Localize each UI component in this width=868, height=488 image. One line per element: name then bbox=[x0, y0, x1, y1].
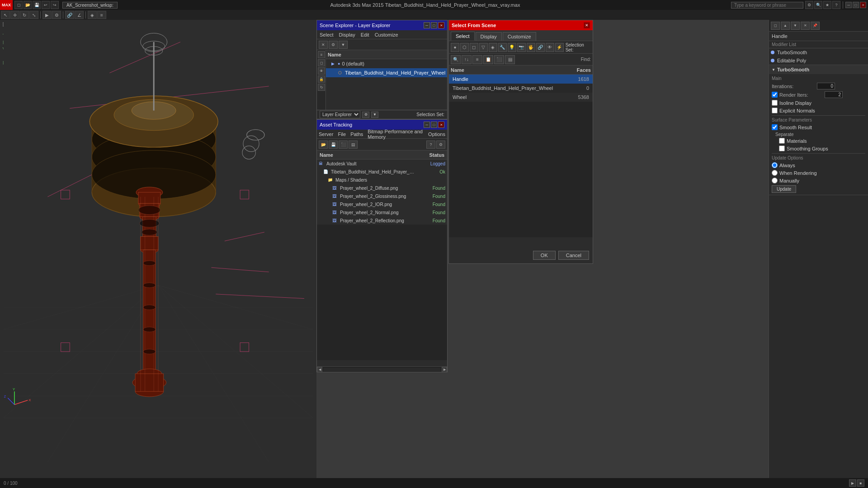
modifier-turbosmooth[interactable]: TurboSmooth bbox=[769, 48, 868, 56]
stop-btn[interactable]: ■ bbox=[857, 479, 864, 487]
rp-tool-1[interactable]: ◻ bbox=[771, 22, 780, 30]
materials-checkbox[interactable] bbox=[779, 138, 785, 144]
se-menu-display[interactable]: Display bbox=[339, 32, 355, 38]
sfs-tool-8[interactable]: 📷 bbox=[517, 43, 526, 52]
se-menu-customize[interactable]: Customize bbox=[375, 32, 398, 38]
turbosmooth-header[interactable]: ▼ TurboSmooth bbox=[769, 65, 868, 74]
sfs-tool-1[interactable]: ● bbox=[451, 43, 459, 52]
se-left-btn-4[interactable]: 🔒 bbox=[318, 75, 325, 83]
se-menu-edit[interactable]: Edit bbox=[361, 32, 369, 38]
sfs-tool-11[interactable]: 👁 bbox=[546, 43, 554, 52]
save-button[interactable]: 💾 bbox=[33, 1, 41, 9]
explicit-normals-checkbox[interactable] bbox=[772, 108, 778, 113]
play-btn[interactable]: ▶ bbox=[849, 479, 856, 487]
sfs-tool-3[interactable]: ◻ bbox=[470, 43, 478, 52]
layer-explorer-btn2[interactable]: ▼ bbox=[371, 112, 378, 118]
at-menu-bitmap[interactable]: Bitmap Performance and Memory bbox=[368, 129, 424, 140]
smooth-result-checkbox[interactable] bbox=[772, 124, 778, 130]
at-tool-1[interactable]: 📂 bbox=[319, 141, 328, 149]
rp-tool-5[interactable]: 📌 bbox=[811, 22, 820, 30]
at-scroll-right[interactable]: ▶ bbox=[442, 367, 447, 372]
scene-explorer-maximize[interactable]: □ bbox=[431, 22, 437, 28]
scene-explorer-close[interactable]: ✕ bbox=[438, 22, 444, 28]
isoline-checkbox[interactable] bbox=[772, 100, 778, 106]
se-menu-select[interactable]: Select bbox=[320, 32, 334, 38]
manually-radio[interactable] bbox=[772, 178, 778, 183]
maximize-button[interactable]: □ bbox=[853, 2, 859, 8]
at-tool-settings[interactable]: ⚙ bbox=[436, 141, 445, 149]
at-item-glossiness[interactable]: 🖼 Prayer_wheel_2_Glossiness.png Found bbox=[317, 192, 447, 200]
sfs-tool-12[interactable]: ⚡ bbox=[555, 43, 564, 52]
iterations-input[interactable] bbox=[817, 83, 835, 89]
rotate-tool[interactable]: ↻ bbox=[20, 11, 29, 19]
se-left-btn-2[interactable]: ◻ bbox=[318, 59, 325, 66]
sfs-tool-2[interactable]: ⬡ bbox=[460, 43, 469, 52]
sfs-tool-7[interactable]: 💡 bbox=[508, 43, 516, 52]
update-button[interactable]: Update bbox=[772, 185, 796, 193]
file-tab[interactable]: AK_Screenshot_wrksp: bbox=[62, 2, 118, 9]
sfs-tool-4[interactable]: ▽ bbox=[479, 43, 488, 52]
sfs-filter-2[interactable]: ↑↓ bbox=[462, 55, 472, 64]
at-item-vault[interactable]: 🏛 Autodesk Vault Logged bbox=[317, 160, 447, 168]
scale-tool[interactable]: ⤡ bbox=[29, 11, 38, 19]
scene-explorer-btn[interactable]: ≡ bbox=[97, 11, 106, 19]
toolbar-icon-1[interactable]: ⚙ bbox=[805, 1, 813, 9]
close-button[interactable]: ✕ bbox=[860, 2, 866, 8]
at-menu-options[interactable]: Options bbox=[428, 131, 445, 137]
search-input[interactable] bbox=[731, 2, 803, 9]
smoothing-checkbox[interactable] bbox=[779, 145, 785, 151]
se-tool-1[interactable]: ✕ bbox=[319, 41, 328, 49]
redo-button[interactable]: ↪ bbox=[51, 1, 59, 9]
help-button[interactable]: ? bbox=[832, 1, 840, 9]
tab-select[interactable]: Select bbox=[451, 32, 475, 41]
se-left-btn-3[interactable]: 👁 bbox=[318, 67, 325, 75]
sfs-filter-6[interactable]: ▤ bbox=[505, 55, 515, 64]
sfs-item-prayer-wheel[interactable]: Tibetan_Buddhist_Hand_Held_Prayer_Wheel … bbox=[449, 84, 593, 93]
render-button[interactable]: ▶ bbox=[42, 11, 52, 19]
scene-explorer-minimize[interactable]: ─ bbox=[424, 22, 430, 28]
open-button[interactable]: 📂 bbox=[24, 1, 32, 9]
render-iters-checkbox[interactable] bbox=[772, 92, 778, 98]
render-settings[interactable]: ⚙ bbox=[52, 11, 61, 19]
se-left-btn-5[interactable]: ↻ bbox=[318, 84, 325, 91]
always-radio[interactable] bbox=[772, 162, 778, 168]
at-item-ior[interactable]: 🖼 Prayer_wheel_2_IOR.png Found bbox=[317, 200, 447, 208]
rp-tool-3[interactable]: ▼ bbox=[791, 22, 800, 30]
at-menu-file[interactable]: File bbox=[338, 131, 346, 137]
object-prayer-wheel[interactable]: ⬡ Tibetan_Buddhist_Hand_Held_Prayer_Whee… bbox=[326, 68, 447, 77]
at-minimize[interactable]: ─ bbox=[424, 122, 430, 128]
render-iters-input[interactable] bbox=[825, 91, 843, 98]
sfs-filter-5[interactable]: ⬛ bbox=[494, 55, 504, 64]
sfs-tool-9[interactable]: 🖐 bbox=[527, 43, 535, 52]
se-tool-2[interactable]: ⚙ bbox=[329, 41, 338, 49]
undo-button[interactable]: ↩ bbox=[42, 1, 50, 9]
material-editor[interactable]: ◈ bbox=[88, 11, 97, 19]
sfs-filter-3[interactable]: ≡ bbox=[472, 55, 482, 64]
sfs-filter-1[interactable]: 🔍 bbox=[451, 55, 461, 64]
toolbar-icon-3[interactable]: ★ bbox=[823, 1, 831, 9]
sfs-tool-6[interactable]: 🔧 bbox=[498, 43, 507, 52]
at-menu-server[interactable]: Server bbox=[319, 131, 333, 137]
layer-explorer-btn1[interactable]: ⚙ bbox=[362, 112, 369, 118]
se-tool-3[interactable]: ▼ bbox=[339, 41, 348, 49]
sfs-tool-5[interactable]: ◈ bbox=[489, 43, 497, 52]
sfs-filter-4[interactable]: 📋 bbox=[483, 55, 493, 64]
sfs-item-wheel[interactable]: Wheel 5368 bbox=[449, 93, 593, 102]
at-scroll-track[interactable] bbox=[323, 368, 441, 371]
at-item-reflection[interactable]: 🖼 Prayer_wheel_2_Reflection.png Found bbox=[317, 216, 447, 225]
select-tool[interactable]: ↖ bbox=[1, 11, 10, 19]
at-close[interactable]: ✕ bbox=[438, 122, 444, 128]
rp-tool-4[interactable]: ✕ bbox=[801, 22, 810, 30]
at-tool-4[interactable]: ▤ bbox=[349, 141, 358, 149]
angle-snap-button[interactable]: ∠ bbox=[75, 11, 84, 19]
at-scroll-left[interactable]: ◀ bbox=[317, 367, 322, 372]
sfs-item-handle[interactable]: Handle 1618 bbox=[449, 75, 593, 84]
layer-default[interactable]: ▶ ● 0 (default) bbox=[326, 59, 447, 68]
sfs-close[interactable]: ✕ bbox=[584, 22, 590, 28]
toolbar-icon-2[interactable]: 🔍 bbox=[814, 1, 822, 9]
layer-explorer-dropdown[interactable]: Layer Explorer bbox=[320, 111, 360, 118]
tab-customize[interactable]: Customize bbox=[503, 32, 536, 41]
at-tool-3[interactable]: ⬛ bbox=[339, 141, 348, 149]
at-tool-help[interactable]: ? bbox=[426, 141, 435, 149]
at-item-maps[interactable]: 📁 Maps / Shaders bbox=[317, 176, 447, 184]
